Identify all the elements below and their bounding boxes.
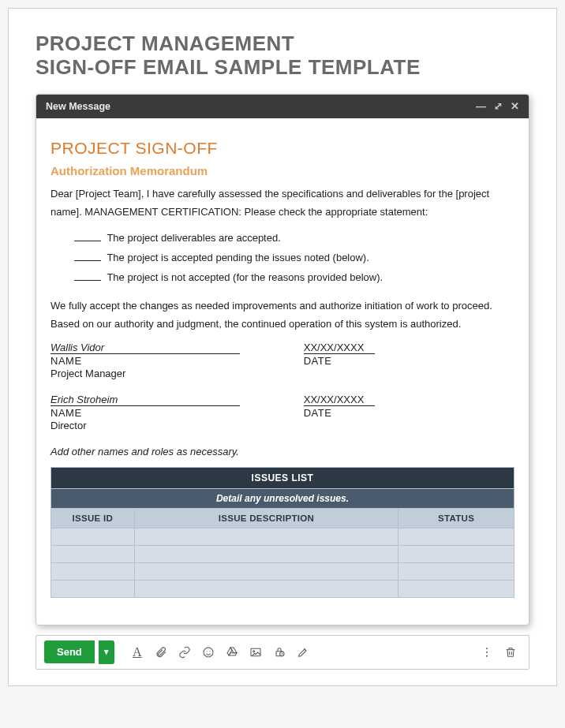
option-row: The project is not accepted (for the rea… <box>74 271 514 283</box>
link-icon[interactable] <box>174 642 195 663</box>
confidential-icon[interactable] <box>269 642 290 663</box>
page-container: PROJECT MANAGEMENT SIGN-OFF EMAIL SAMPLE… <box>8 8 557 686</box>
checkbox-blank[interactable] <box>74 280 101 281</box>
send-button[interactable]: Send <box>44 640 95 663</box>
table-row <box>51 562 514 580</box>
drive-icon[interactable] <box>222 642 242 663</box>
compose-title: New Message <box>46 101 110 112</box>
more-icon[interactable] <box>477 642 497 663</box>
pen-icon[interactable] <box>293 642 313 663</box>
add-names-note: Add other names and roles as necessary. <box>51 446 514 457</box>
signer-date: XX/XX/XXXX <box>304 394 375 406</box>
page-title: PROJECT MANAGEMENT SIGN-OFF EMAIL SAMPLE… <box>36 32 529 80</box>
cell-status[interactable] <box>398 545 514 562</box>
issues-table: ISSUES LIST Detail any unresolved issues… <box>51 467 514 598</box>
signature-block: Wallis Vidor NAME Project Manager XX/XX/… <box>51 342 514 379</box>
date-label: DATE <box>304 407 514 419</box>
svg-point-4 <box>253 650 254 651</box>
signature-right: XX/XX/XXXX DATE <box>304 394 514 431</box>
expand-icon[interactable]: ⤢ <box>494 101 503 111</box>
option-row: The project is accepted pending the issu… <box>74 252 514 263</box>
signature-right: XX/XX/XXXX DATE <box>304 342 514 379</box>
signer-name: Wallis Vidor <box>51 342 240 354</box>
cell-description[interactable] <box>134 545 398 562</box>
signature-left: Wallis Vidor NAME Project Manager <box>51 342 304 379</box>
acceptance-paragraph: We fully accept the changes as needed im… <box>51 297 514 334</box>
svg-point-8 <box>486 651 488 653</box>
table-row <box>51 580 514 597</box>
col-issue-description: ISSUE DESCRIPTION <box>134 508 398 528</box>
cell-status[interactable] <box>398 528 514 545</box>
col-status: STATUS <box>398 508 514 528</box>
issues-subtitle: Detail any unresolved issues. <box>51 488 514 508</box>
date-label: DATE <box>304 355 514 367</box>
compose-window: New Message — ⤢ ✕ PROJECT SIGN-OFF Autho… <box>36 94 529 625</box>
signer-name: Erich Stroheim <box>51 394 240 406</box>
compose-body: PROJECT SIGN-OFF Authorization Memorandu… <box>36 118 529 625</box>
window-controls: — ⤢ ✕ <box>476 101 519 111</box>
signer-role: Director <box>51 420 304 431</box>
signer-role: Project Manager <box>51 368 304 379</box>
cell-id[interactable] <box>51 528 135 545</box>
email-heading: PROJECT SIGN-OFF <box>51 139 514 158</box>
text-format-icon[interactable]: A <box>127 642 148 663</box>
table-row <box>51 528 514 545</box>
name-label: NAME <box>51 355 304 367</box>
signature-block: Erich Stroheim NAME Director XX/XX/XXXX … <box>51 394 514 431</box>
email-subheading: Authorization Memorandum <box>51 164 514 177</box>
image-icon[interactable] <box>245 642 266 663</box>
option-text: The project deliverables are accepted. <box>107 232 280 244</box>
cell-id[interactable] <box>51 562 135 580</box>
checkbox-blank[interactable] <box>74 241 101 241</box>
intro-paragraph: Dear [Project Team], I have carefully as… <box>51 185 514 222</box>
option-text: The project is not accepted (for the rea… <box>107 271 383 283</box>
compose-header-bar: New Message — ⤢ ✕ <box>36 95 529 118</box>
cell-status[interactable] <box>398 562 514 580</box>
option-text: The project is accepted pending the issu… <box>107 252 369 263</box>
cell-description[interactable] <box>134 528 398 545</box>
svg-point-2 <box>209 651 210 651</box>
compose-toolbar: Send ▼ A <box>36 635 529 670</box>
cell-id[interactable] <box>51 580 135 597</box>
certification-options: The project deliverables are accepted. T… <box>51 232 514 283</box>
cell-id[interactable] <box>51 545 135 562</box>
col-issue-id: ISSUE ID <box>51 508 135 528</box>
issues-title: ISSUES LIST <box>51 467 514 488</box>
signature-left: Erich Stroheim NAME Director <box>51 394 304 431</box>
option-row: The project deliverables are accepted. <box>74 232 514 244</box>
cell-status[interactable] <box>398 580 514 597</box>
svg-point-0 <box>204 648 213 657</box>
emoji-icon[interactable] <box>198 642 219 663</box>
send-dropdown[interactable]: ▼ <box>99 640 114 664</box>
page-title-line2: SIGN-OFF EMAIL SAMPLE TEMPLATE <box>36 56 529 80</box>
trash-icon[interactable] <box>500 642 521 663</box>
svg-point-1 <box>206 651 207 651</box>
checkbox-blank[interactable] <box>74 260 101 261</box>
page-title-line1: PROJECT MANAGEMENT <box>36 32 529 56</box>
table-row <box>51 545 514 562</box>
minimize-icon[interactable]: — <box>476 101 486 111</box>
svg-point-7 <box>486 648 488 649</box>
cell-description[interactable] <box>134 580 398 597</box>
name-label: NAME <box>51 407 304 419</box>
close-icon[interactable]: ✕ <box>511 101 519 111</box>
svg-point-9 <box>486 655 488 656</box>
signer-date: XX/XX/XXXX <box>304 342 375 354</box>
attach-icon[interactable] <box>151 642 171 663</box>
cell-description[interactable] <box>134 562 398 580</box>
